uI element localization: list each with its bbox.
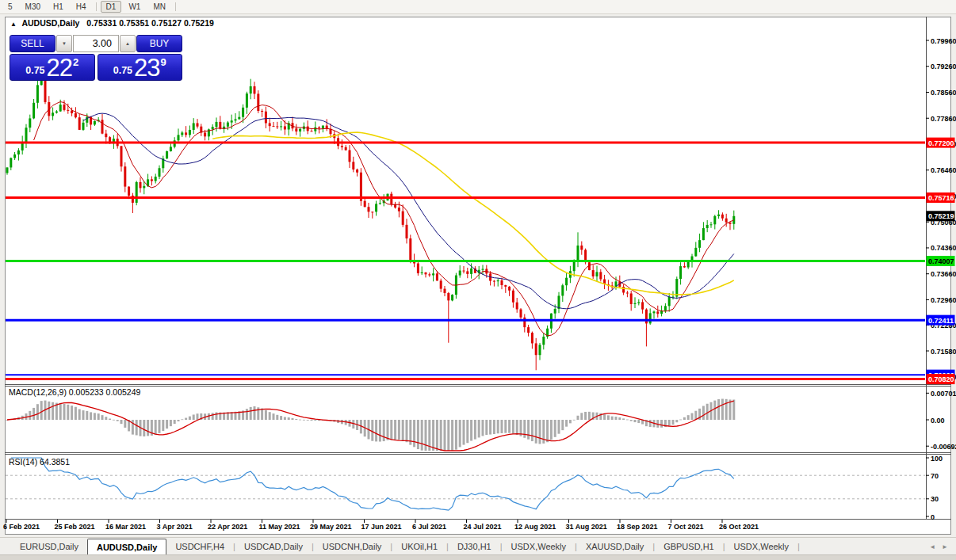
svg-text:12 Aug 2021: 12 Aug 2021 bbox=[514, 523, 556, 531]
buy-price-box[interactable]: 0.75 23 9 bbox=[98, 54, 183, 81]
svg-text:70: 70 bbox=[931, 472, 939, 480]
svg-text:0.00: 0.00 bbox=[931, 417, 945, 425]
chart-symbol: AUDUSD,Daily bbox=[21, 18, 79, 28]
svg-text:0.78560: 0.78560 bbox=[931, 89, 956, 97]
svg-text:100: 100 bbox=[931, 455, 943, 463]
svg-text:0.75716: 0.75716 bbox=[928, 194, 954, 202]
svg-text:6 Feb 2021: 6 Feb 2021 bbox=[3, 523, 40, 531]
chart-tabs: EURUSD,DailyAUDUSD,DailyUSDCHF,H4|USDCAD… bbox=[0, 537, 956, 555]
volume-input[interactable] bbox=[73, 35, 119, 52]
svg-text:3 Apr 2021: 3 Apr 2021 bbox=[157, 523, 193, 531]
chart-canvas[interactable]: 0.799600.792600.785600.778600.771600.764… bbox=[0, 0, 956, 560]
svg-text:0.007015: 0.007015 bbox=[931, 390, 956, 398]
svg-text:0.74007: 0.74007 bbox=[928, 257, 954, 265]
svg-text:0.72411: 0.72411 bbox=[928, 317, 954, 325]
svg-text:30: 30 bbox=[931, 495, 939, 503]
chart-title: ▲ AUDUSD,Daily 0.75331 0.75351 0.75127 0… bbox=[10, 18, 214, 28]
tab-xauusd-daily[interactable]: XAUUSD,Daily bbox=[577, 538, 652, 555]
timeframe-button-h4[interactable]: H4 bbox=[71, 1, 92, 13]
svg-text:7 Oct 2021: 7 Oct 2021 bbox=[668, 523, 704, 531]
svg-text:0.77200: 0.77200 bbox=[928, 139, 954, 147]
tab-eurusd-daily[interactable]: EURUSD,Daily bbox=[11, 538, 87, 555]
svg-text:0.70820: 0.70820 bbox=[928, 375, 954, 383]
buy-price-pip: 9 bbox=[161, 56, 166, 68]
svg-text:0: 0 bbox=[931, 513, 935, 521]
timeframe-button-d1[interactable]: D1 bbox=[101, 1, 122, 13]
svg-text:6 Jul 2021: 6 Jul 2021 bbox=[412, 523, 446, 531]
svg-text:0.71580: 0.71580 bbox=[931, 348, 956, 356]
svg-text:22 Apr 2021: 22 Apr 2021 bbox=[208, 523, 247, 531]
svg-text:-0.00692: -0.00692 bbox=[931, 443, 956, 451]
tab-gbpusd-h1[interactable]: GBPUSD,H1 bbox=[655, 538, 723, 555]
sell-button[interactable]: SELL bbox=[10, 35, 55, 52]
tab-usdcad-daily[interactable]: USDCAD,Daily bbox=[235, 538, 312, 555]
svg-text:29 May 2021: 29 May 2021 bbox=[310, 523, 352, 531]
volume-decrease-button[interactable]: ▼ bbox=[56, 35, 72, 52]
volume-increase-button[interactable]: ▲ bbox=[120, 35, 136, 52]
svg-text:0.75219: 0.75219 bbox=[928, 212, 954, 220]
tab-usdchf-h4[interactable]: USDCHF,H4 bbox=[166, 538, 233, 555]
svg-text:0.79260: 0.79260 bbox=[931, 63, 956, 70]
toolbar-separator bbox=[175, 2, 176, 11]
tab-dj30-h1[interactable]: DJ30,H1 bbox=[449, 538, 500, 555]
tab-usdx-weekly[interactable]: USDX,Weekly bbox=[503, 538, 575, 555]
tabs-scroll-left-icon[interactable]: ◄ bbox=[929, 543, 935, 550]
svg-text:0.73660: 0.73660 bbox=[931, 270, 956, 278]
timeframe-button-w1[interactable]: W1 bbox=[123, 1, 146, 13]
svg-text:0.79960: 0.79960 bbox=[931, 37, 956, 45]
one-click-trading-panel: SELL ▼ ▲ BUY 0.75 22 2 0.75 23 9 bbox=[10, 35, 182, 81]
svg-text:16 Mar 2021: 16 Mar 2021 bbox=[105, 523, 146, 531]
svg-text:11 May 2021: 11 May 2021 bbox=[259, 523, 300, 531]
tab-separator: | bbox=[797, 538, 800, 555]
timeframe-toolbar: 5M30H1H4D1W1MN bbox=[0, 0, 956, 14]
svg-text:0.76460: 0.76460 bbox=[931, 166, 956, 174]
timeframe-button-h1[interactable]: H1 bbox=[48, 1, 69, 13]
collapse-arrow-icon[interactable]: ▲ bbox=[10, 21, 17, 28]
sell-price-main: 22 bbox=[47, 56, 72, 79]
svg-text:17 Jun 2021: 17 Jun 2021 bbox=[361, 523, 402, 531]
tabs-scroll-right-icon[interactable]: ► bbox=[942, 543, 948, 550]
toolbar-separator bbox=[96, 2, 97, 11]
buy-button[interactable]: BUY bbox=[136, 35, 182, 52]
chart-ohlc: 0.75331 0.75351 0.75127 0.75219 bbox=[86, 18, 214, 28]
svg-text:18 Sep 2021: 18 Sep 2021 bbox=[617, 523, 658, 531]
sell-price-prefix: 0.75 bbox=[25, 65, 44, 76]
tab-audusd-daily[interactable]: AUDUSD,Daily bbox=[87, 539, 166, 555]
rsi-label: RSI(14) 64.3851 bbox=[9, 457, 70, 467]
status-bar bbox=[0, 554, 956, 560]
timeframe-button-5[interactable]: 5 bbox=[2, 1, 18, 13]
buy-price-prefix: 0.75 bbox=[113, 65, 132, 76]
svg-text:24 Jul 2021: 24 Jul 2021 bbox=[464, 523, 502, 531]
tab-usdcnh-daily[interactable]: USDCNH,Daily bbox=[314, 538, 391, 555]
svg-text:26 Oct 2021: 26 Oct 2021 bbox=[719, 523, 759, 531]
timeframe-button-mn[interactable]: MN bbox=[147, 1, 171, 13]
tab-usdx-weekly[interactable]: USDX,Weekly bbox=[725, 538, 797, 555]
timeframe-button-m30[interactable]: M30 bbox=[20, 1, 46, 13]
tab-ukoil-h1[interactable]: UKOil,H1 bbox=[392, 538, 446, 555]
sell-price-box[interactable]: 0.75 22 2 bbox=[10, 54, 95, 81]
svg-text:31 Aug 2021: 31 Aug 2021 bbox=[566, 523, 607, 531]
macd-label: MACD(12,26,9) 0.005233 0.005249 bbox=[9, 387, 140, 397]
buy-price-main: 23 bbox=[134, 56, 159, 79]
sell-price-pip: 2 bbox=[73, 56, 78, 68]
svg-text:0.74360: 0.74360 bbox=[931, 244, 956, 252]
svg-text:0.77860: 0.77860 bbox=[931, 115, 956, 123]
svg-text:25 Feb 2021: 25 Feb 2021 bbox=[55, 523, 95, 531]
svg-text:0.72960: 0.72960 bbox=[931, 296, 956, 304]
